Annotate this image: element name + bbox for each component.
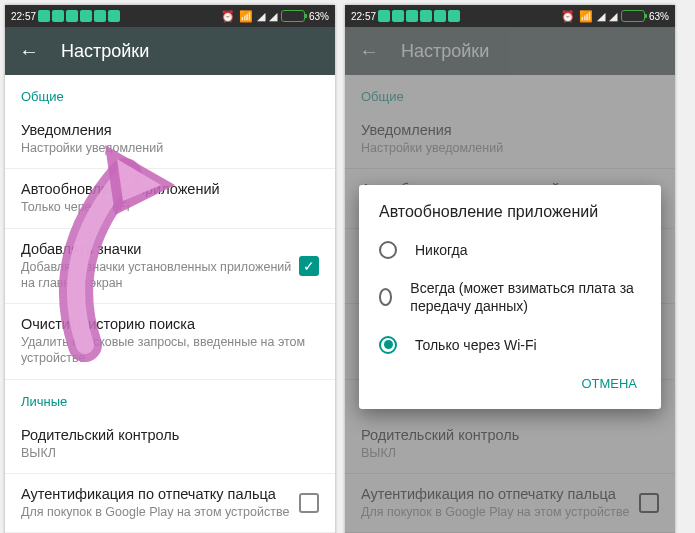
signal-icon: ◢ (269, 10, 277, 23)
signal-icon: ◢ (597, 10, 605, 23)
item-title: Очистить историю поиска (21, 316, 319, 332)
notification-icon (392, 10, 404, 22)
cancel-button[interactable]: ОТМЕНА (571, 370, 647, 397)
item-notifications[interactable]: Уведомления Настройки уведомлений (5, 110, 335, 169)
app-bar: ← Настройки (5, 27, 335, 75)
phone-right: 22:57 ⏰ 📶 ◢ ◢ 63% ← Настройки Общие Увед… (345, 5, 675, 533)
notification-icon (448, 10, 460, 22)
radio-label: Всегда (может взиматься плата за передач… (410, 279, 641, 315)
item-title: Родительский контроль (21, 427, 319, 443)
notification-icon (38, 10, 50, 22)
item-subtitle: Удалить поисковые запросы, введенные на … (21, 334, 319, 367)
radio-label: Никогда (415, 241, 467, 259)
item-parental[interactable]: Родительский контроль ВЫКЛ (5, 415, 335, 474)
notification-icon (108, 10, 120, 22)
item-subtitle: ВЫКЛ (21, 445, 319, 461)
battery-icon (281, 10, 305, 22)
item-title: Автообновление приложений (21, 181, 319, 197)
page-title: Настройки (61, 41, 149, 62)
item-add-icons[interactable]: Добавлять значки Добавлять значки устано… (5, 229, 335, 305)
dialog-title: Автообновление приложений (359, 203, 661, 231)
item-fingerprint[interactable]: Аутентификация по отпечатку пальца Для п… (5, 474, 335, 533)
item-title: Аутентификация по отпечатку пальца (21, 486, 299, 502)
notification-icon (80, 10, 92, 22)
alarm-icon: ⏰ (561, 10, 575, 23)
notification-icon (434, 10, 446, 22)
battery-percent: 63% (309, 11, 329, 22)
notification-icon (406, 10, 418, 22)
radio-option-always[interactable]: Всегда (может взиматься плата за передач… (359, 269, 661, 325)
status-bar: 22:57 ⏰ 📶 ◢ ◢ 63% (345, 5, 675, 27)
radio-unchecked-icon (379, 288, 392, 306)
signal-icon: ◢ (609, 10, 617, 23)
alarm-icon: ⏰ (221, 10, 235, 23)
item-subtitle: Добавлять значки установленных приложени… (21, 259, 299, 292)
item-subtitle: Для покупок в Google Play на этом устрой… (21, 504, 299, 520)
item-autoupdate[interactable]: Автообновление приложений Только через W… (5, 169, 335, 228)
section-general: Общие (5, 75, 335, 110)
item-subtitle: Настройки уведомлений (21, 140, 319, 156)
battery-percent: 63% (649, 11, 669, 22)
radio-unchecked-icon (379, 241, 397, 259)
notification-icon (378, 10, 390, 22)
notification-icon (52, 10, 64, 22)
back-icon[interactable]: ← (19, 40, 39, 63)
notification-icon (420, 10, 432, 22)
item-subtitle: Только через Wi-Fi (21, 199, 319, 215)
signal-icon: ◢ (257, 10, 265, 23)
wifi-icon: 📶 (579, 10, 593, 23)
status-time: 22:57 (351, 11, 376, 22)
notification-icon (66, 10, 78, 22)
phone-left: 22:57 ⏰ 📶 ◢ ◢ 63% ← Настройки Общие Увед… (5, 5, 335, 533)
item-title: Уведомления (21, 122, 319, 138)
radio-checked-icon (379, 336, 397, 354)
item-clear-history[interactable]: Очистить историю поиска Удалить поисковы… (5, 304, 335, 380)
checkbox-checked-icon[interactable]: ✓ (299, 256, 319, 276)
section-personal: Личные (5, 380, 335, 415)
status-bar: 22:57 ⏰ 📶 ◢ ◢ 63% (5, 5, 335, 27)
notification-icon (94, 10, 106, 22)
autoupdate-dialog: Автообновление приложений Никогда Всегда… (359, 185, 661, 409)
wifi-icon: 📶 (239, 10, 253, 23)
item-title: Добавлять значки (21, 241, 299, 257)
status-time: 22:57 (11, 11, 36, 22)
radio-label: Только через Wi-Fi (415, 336, 537, 354)
radio-option-never[interactable]: Никогда (359, 231, 661, 269)
radio-option-wifi[interactable]: Только через Wi-Fi (359, 326, 661, 364)
battery-icon (621, 10, 645, 22)
checkbox-unchecked-icon[interactable] (299, 493, 319, 513)
